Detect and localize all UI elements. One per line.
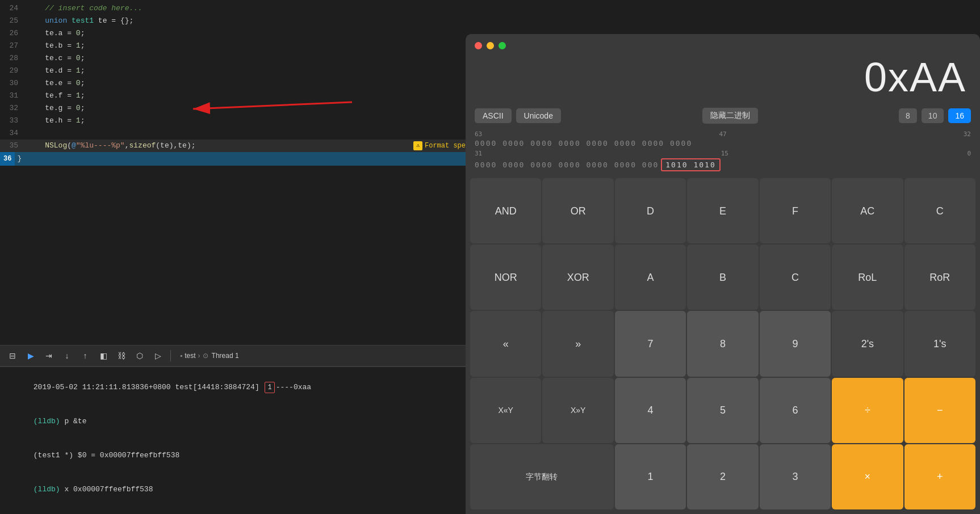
code-line-31: 31 te.f = 1; bbox=[0, 90, 466, 102]
pos-15: 15 bbox=[721, 150, 728, 157]
3-button[interactable]: 3 bbox=[760, 444, 831, 509]
c-button[interactable]: C bbox=[904, 178, 975, 243]
lower-binary-inactive: 0000 0000 0000 0000 0000 0000 000 bbox=[475, 161, 659, 169]
line-content: union test1 te = {}; bbox=[27, 15, 466, 27]
line-number: 25 bbox=[0, 15, 27, 27]
line-content: te.d = 1; bbox=[27, 65, 466, 77]
mode-row: ASCII Unicode 隐藏二进制 8 10 16 bbox=[466, 103, 980, 128]
6-button[interactable]: 6 bbox=[760, 378, 831, 443]
lshift-button[interactable]: « bbox=[470, 311, 541, 376]
base-16-button[interactable]: 16 bbox=[948, 108, 971, 123]
5-button[interactable]: 5 bbox=[687, 378, 758, 443]
divide-button[interactable]: ÷ bbox=[832, 378, 903, 443]
a-button[interactable]: A bbox=[615, 245, 686, 310]
twos-comp-button[interactable]: 2's bbox=[832, 311, 903, 376]
ror-button[interactable]: RoR bbox=[904, 245, 975, 310]
pos-47: 47 bbox=[719, 130, 726, 138]
right-container: 0xAA ASCII Unicode 隐藏二进制 8 10 16 63 47 3… bbox=[466, 0, 980, 514]
line-number: 31 bbox=[0, 90, 27, 102]
b-button[interactable]: B bbox=[687, 245, 758, 310]
maximize-button[interactable] bbox=[499, 42, 506, 49]
subtract-button[interactable]: − bbox=[904, 378, 975, 443]
console-line-2: (lldb) p &te bbox=[7, 405, 459, 439]
or-button[interactable]: OR bbox=[542, 178, 613, 243]
7-button[interactable]: 7 bbox=[615, 311, 686, 376]
console-cmd-2: x 0x00007ffeefbff538 bbox=[60, 485, 153, 494]
line-content: // insert code here... bbox=[27, 2, 466, 15]
close-button[interactable] bbox=[475, 42, 482, 49]
step-in-button[interactable]: ↓ bbox=[59, 348, 75, 364]
byte-flip-button[interactable]: 字节翻转 bbox=[470, 444, 614, 509]
code-area: 24 // insert code here... 25 union test1… bbox=[0, 0, 466, 345]
line-content: te.g = 0; bbox=[27, 102, 466, 115]
code-line-36: 36 } bbox=[0, 152, 466, 166]
debug-toolbar: ⊟ ▶ ⇥ ↓ ↑ ◧ ⛓ ⬡ ▷ ▪ test › ⊙ Thread 1 bbox=[0, 345, 466, 366]
simulate-button[interactable]: ⬡ bbox=[132, 348, 148, 364]
line-number: 26 bbox=[0, 27, 27, 40]
thread-icon: ⊙ bbox=[203, 352, 208, 360]
console-toggle-button[interactable]: ⊟ bbox=[5, 348, 20, 364]
lower-positions: 31 15 0 bbox=[475, 150, 971, 157]
d-button[interactable]: D bbox=[615, 178, 686, 243]
xrshift-button[interactable]: X»Y bbox=[542, 378, 613, 443]
file-icon: ▪ bbox=[180, 352, 182, 360]
ac-button[interactable]: AC bbox=[832, 178, 903, 243]
breakpoints-button[interactable]: ⛓ bbox=[114, 348, 129, 364]
multiply-button[interactable]: × bbox=[832, 444, 903, 509]
nor-button[interactable]: NOR bbox=[470, 245, 541, 310]
f-button[interactable]: F bbox=[760, 178, 831, 243]
warning-text: Format spe bbox=[425, 140, 466, 152]
e-button[interactable]: E bbox=[687, 178, 758, 243]
code-line-32: 32 te.g = 0; bbox=[0, 102, 466, 115]
hide-binary-button[interactable]: 隐藏二进制 bbox=[702, 108, 758, 124]
ones-comp-button[interactable]: 1's bbox=[904, 311, 975, 376]
line-content: te.h = 1; bbox=[27, 115, 466, 127]
c2-button[interactable]: C bbox=[760, 245, 831, 310]
xor-button[interactable]: XOR bbox=[542, 245, 613, 310]
share-button[interactable]: ▷ bbox=[150, 348, 166, 364]
thread-label: Thread 1 bbox=[212, 352, 239, 360]
upper-binary-bits: 0000 0000 0000 0000 0000 0000 0000 0000 bbox=[475, 139, 692, 148]
console-text: ----0xaa bbox=[276, 383, 311, 391]
console-area: 2019-05-02 11:21:11.813836+0800 test[144… bbox=[0, 366, 466, 514]
1-button[interactable]: 1 bbox=[615, 444, 686, 509]
breadcrumb-file: ▪ test bbox=[180, 352, 196, 360]
console-cmd: p &te bbox=[60, 417, 87, 425]
unicode-mode-button[interactable]: Unicode bbox=[516, 108, 561, 123]
2-button[interactable]: 2 bbox=[687, 444, 758, 509]
8-button[interactable]: 8 bbox=[687, 311, 758, 376]
line-number: 27 bbox=[0, 40, 27, 52]
base-8-button[interactable]: 8 bbox=[899, 108, 917, 123]
breadcrumb: ▪ test › ⊙ Thread 1 bbox=[180, 352, 239, 360]
base-10-button[interactable]: 10 bbox=[922, 108, 944, 123]
9-button[interactable]: 9 bbox=[760, 311, 831, 376]
ascii-mode-button[interactable]: ASCII bbox=[475, 108, 512, 123]
line-number: 24 bbox=[0, 2, 27, 15]
minimize-button[interactable] bbox=[487, 42, 494, 49]
line-number: 28 bbox=[0, 52, 27, 65]
rol-button[interactable]: RoL bbox=[832, 245, 903, 310]
toolbar-separator bbox=[170, 350, 171, 361]
upper-binary-row: 0000 0000 0000 0000 0000 0000 0000 0000 bbox=[475, 139, 971, 148]
rshift-button[interactable]: » bbox=[542, 311, 613, 376]
breadcrumb-chevron: › bbox=[198, 352, 200, 360]
xlshift-button[interactable]: X«Y bbox=[470, 378, 541, 443]
console-output: (test1 *) $0 = 0x00007ffeefbff538 bbox=[33, 451, 179, 460]
add-button[interactable]: + bbox=[904, 444, 975, 509]
debug-view-button[interactable]: ◧ bbox=[95, 348, 111, 364]
step-out-button[interactable]: ↑ bbox=[77, 348, 93, 364]
line-number: 29 bbox=[0, 65, 27, 77]
continue-button[interactable]: ▶ bbox=[23, 348, 39, 364]
pos-63: 63 bbox=[475, 130, 482, 138]
code-line-24: 24 // insert code here... bbox=[0, 2, 466, 15]
and-button[interactable]: AND bbox=[470, 178, 541, 243]
console-line-5: 0x7ffeefbff538: aa 00 00 00 00 00 00 00 … bbox=[7, 507, 459, 514]
code-line-25: 25 union test1 te = {}; bbox=[0, 15, 466, 27]
pos-32: 32 bbox=[964, 130, 971, 138]
line-content: } bbox=[17, 153, 466, 165]
code-line-35: 35 NSLog(@"%lu----%p",sizeof(te),te); ⚠ … bbox=[0, 140, 466, 152]
step-over-button[interactable]: ⇥ bbox=[41, 348, 57, 364]
code-line-30: 30 te.e = 0; bbox=[0, 77, 466, 90]
console-timestamp: 2019-05-02 11:21:11.813836+0800 test[144… bbox=[33, 383, 264, 391]
4-button[interactable]: 4 bbox=[615, 378, 686, 443]
